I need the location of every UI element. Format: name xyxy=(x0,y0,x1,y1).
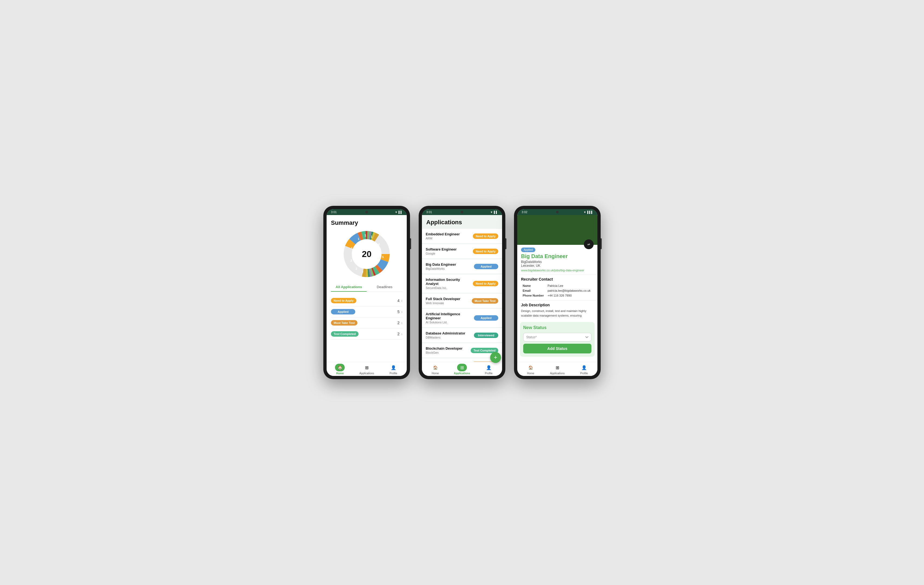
applications-list: Embedded Engineer ARM Need to Apply Soft… xyxy=(422,228,502,362)
job-title: Big Data Engineer xyxy=(521,253,594,259)
nav-profile-1[interactable]: 👤 Profile xyxy=(380,364,407,375)
recruiter-phone-row: Phone Number +44 116 326 7890 xyxy=(521,293,593,297)
app-info-7: Blockchain Developer BlockGen xyxy=(426,346,471,354)
status-row-applied[interactable]: Applied 5 › xyxy=(331,306,403,317)
recruiter-section: Recruiter Contact Name Patricia Lee Emai… xyxy=(517,274,597,300)
signal-icon-2: ▌▌ xyxy=(494,211,498,214)
bottom-nav-3: 🏠 Home ⊞ Applications 👤 Profile xyxy=(517,362,597,376)
nav-applications-1[interactable]: ⊞ Applications xyxy=(353,364,380,375)
svg-text:1: 1 xyxy=(358,237,360,241)
nav-home-label-3: Home xyxy=(527,372,534,375)
new-status-title: New Status xyxy=(523,325,591,330)
applications-icon-1: ⊞ xyxy=(365,365,369,370)
nav-applications-3[interactable]: ⊞ Applications xyxy=(544,364,571,375)
status-select[interactable]: Status* Need to Apply Applied Must Take … xyxy=(523,333,591,342)
app-title-4: Full Stack Developer xyxy=(426,297,472,301)
badge-test-completed: Test Completed xyxy=(331,331,358,337)
home-icon-3: 🏠 xyxy=(528,365,533,370)
tab-all-applications[interactable]: All Applications xyxy=(331,283,367,292)
profile-icon-3: 👤 xyxy=(581,365,587,370)
app-list-item[interactable]: Blockchain Developer BlockGen Test Compl… xyxy=(422,343,502,357)
app-info-2: Big Data Engineer BigDataWorks xyxy=(426,263,474,270)
app-info-1: Software Engineer Google xyxy=(426,247,473,255)
svg-text:1: 1 xyxy=(351,246,353,250)
app-list-item[interactable]: DevOps Engineer Must Take Test xyxy=(422,358,502,362)
status-row-need[interactable]: Need to Apply 4 › xyxy=(331,295,403,306)
status-row-must-test[interactable]: Must Take Test 2 › xyxy=(331,317,403,329)
job-description-text: Design, construct, install, test and mai… xyxy=(521,309,594,318)
chevron-test-completed: › xyxy=(401,332,403,336)
nav-home-icon-wrap-1: 🏠 xyxy=(335,364,345,371)
status-icons-3: ▼ ▌▌▌ xyxy=(584,211,593,214)
app-list-item[interactable]: Embedded Engineer ARM Need to Apply xyxy=(422,229,502,243)
job-detail-content: ⇌ Applied Big Data Engineer BigDataWorks… xyxy=(517,215,597,362)
fab-add[interactable]: + xyxy=(490,352,501,363)
job-url[interactable]: www.bigdataworks.co.uk/jobs/big-data-eng… xyxy=(521,269,594,272)
status-row-test-completed[interactable]: Test Completed 2 › xyxy=(331,329,403,340)
side-button xyxy=(410,238,411,249)
count-must-test: 2 xyxy=(398,321,400,325)
app-list-item[interactable]: Software Engineer Google Need to Apply xyxy=(422,244,502,258)
new-status-panel: New Status Status* Need to Apply Applied… xyxy=(520,322,595,357)
phone-notch-2 xyxy=(460,211,464,213)
profile-icon-2: 👤 xyxy=(486,365,492,370)
job-description-title: Job Description xyxy=(521,303,594,307)
nav-home-label-2: Home xyxy=(432,372,439,375)
signal-icon-3: ▌▌▌ xyxy=(587,211,593,214)
app-company-6: DBMasters xyxy=(426,336,474,339)
side-button-2 xyxy=(505,238,507,249)
app-company-3: SecureData Inc. xyxy=(426,286,473,289)
home-icon-2: 🏠 xyxy=(433,365,437,370)
job-description-section: Job Description Design, construct, insta… xyxy=(517,300,597,320)
donut-chart-wrap: 20 4 5 2 2 2 2 1 1 1 1 xyxy=(331,230,403,278)
nav-profile-label-1: Profile xyxy=(390,372,397,375)
app-info-4: Full Stack Developer Web Innovate xyxy=(426,297,472,305)
app-list-item[interactable]: Information Security Analyst SecureData … xyxy=(422,274,502,293)
status-time-1: 3:01 xyxy=(331,210,337,214)
app-badge-4: Must Take Test xyxy=(472,298,498,304)
nav-home-3[interactable]: 🏠 Home xyxy=(517,364,544,375)
app-company-0: ARM xyxy=(426,237,473,240)
app-list-item[interactable]: Artificial Intelligence Engineer AI Solu… xyxy=(422,309,502,327)
badge-must-take-test: Must Take Test xyxy=(331,320,358,326)
chevron-must-test: › xyxy=(401,321,403,325)
app-company-4: Web Innovate xyxy=(426,301,472,305)
app-title-1: Software Engineer xyxy=(426,247,473,251)
app-title-7: Blockchain Developer xyxy=(426,346,471,350)
app-badge-2: Applied xyxy=(474,264,498,269)
app-list-item[interactable]: Full Stack Developer Web Innovate Must T… xyxy=(422,294,502,308)
recruiter-name-row: Name Patricia Lee xyxy=(521,284,593,288)
nav-home-2[interactable]: 🏠 Home xyxy=(422,364,449,375)
svg-text:5: 5 xyxy=(382,255,384,259)
nav-applications-2[interactable]: ⊞ Applications xyxy=(449,364,475,375)
recruiter-email-row: Email patricia.lee@bigdataworks.co.uk xyxy=(521,288,593,293)
nav-profile-3[interactable]: 👤 Profile xyxy=(571,364,597,375)
app-company-1: Google xyxy=(426,252,473,255)
app-list-item[interactable]: Database Administrator DBMasters Intervi… xyxy=(422,328,502,342)
chevron-applied: › xyxy=(401,309,403,314)
phone-notch-3 xyxy=(556,211,559,213)
phone-notch xyxy=(365,211,368,213)
svg-text:1: 1 xyxy=(371,235,372,238)
add-status-button[interactable]: Add Status xyxy=(523,344,591,354)
tab-deadlines[interactable]: Deadlines xyxy=(367,283,403,292)
home-icon-1: 🏠 xyxy=(338,365,342,370)
badge-applied: Applied xyxy=(331,309,355,314)
job-filter-icon[interactable]: ⇌ xyxy=(584,240,594,249)
svg-text:4: 4 xyxy=(378,243,380,246)
recruiter-name-label: Name xyxy=(521,284,546,288)
nav-profile-icon-wrap-2: 👤 xyxy=(484,364,494,371)
applications-icon-2: ⊞ xyxy=(460,365,464,370)
donut-chart: 20 4 5 2 2 2 2 1 1 1 1 xyxy=(342,230,391,278)
app-title-6: Database Administrator xyxy=(426,331,474,335)
nav-home-1[interactable]: 🏠 Home xyxy=(327,364,353,375)
nav-applications-label-2: Applications xyxy=(454,372,470,375)
signal-icon: ▌▌ xyxy=(399,211,403,214)
nav-profile-icon-wrap-3: 👤 xyxy=(579,364,589,371)
wifi-icon-2: ▼ xyxy=(490,211,493,214)
nav-profile-2[interactable]: 👤 Profile xyxy=(475,364,502,375)
app-title-2: Big Data Engineer xyxy=(426,263,474,266)
app-company-7: BlockGen xyxy=(426,351,471,354)
recruiter-name-value: Patricia Lee xyxy=(546,284,593,288)
app-list-item[interactable]: Big Data Engineer BigDataWorks Applied xyxy=(422,259,502,274)
